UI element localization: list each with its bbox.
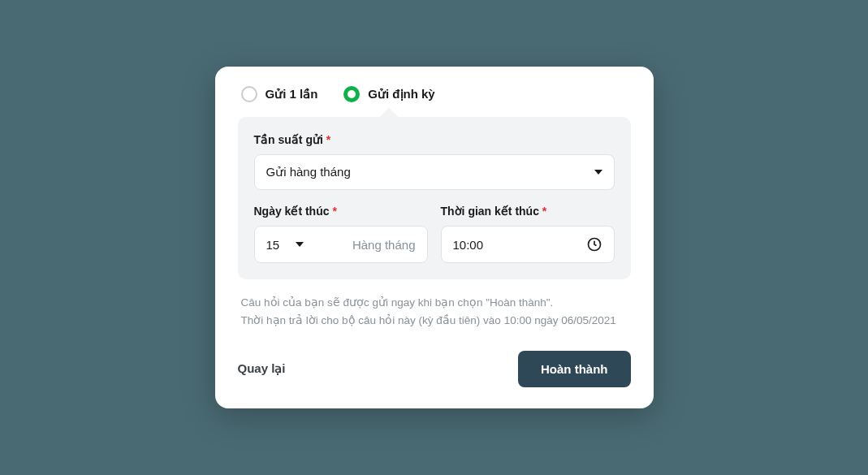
recurring-settings-panel: Tần suất gửi * Gửi hàng tháng Ngày kết t…	[238, 117, 631, 279]
end-time-input[interactable]: 10:00	[441, 226, 615, 263]
radio-label: Gửi định kỳ	[368, 87, 434, 101]
chevron-down-icon	[594, 170, 602, 175]
frequency-select[interactable]: Gửi hàng tháng	[254, 154, 615, 190]
radio-send-recurring[interactable]: Gửi định kỳ	[343, 86, 434, 102]
end-row: Ngày kết thúc * 15 Hàng tháng Thời gian …	[254, 205, 615, 263]
radio-label: Gửi 1 lần	[266, 87, 318, 101]
chevron-down-icon	[296, 242, 304, 247]
end-date-label: Ngày kết thúc *	[254, 205, 428, 218]
note-line-1: Câu hỏi của bạn sẽ được gửi ngay khi bạn…	[241, 294, 631, 312]
info-note: Câu hỏi của bạn sẽ được gửi ngay khi bạn…	[238, 294, 631, 329]
frequency-label: Tần suất gửi *	[254, 133, 615, 146]
select-value: Gửi hàng tháng	[266, 165, 351, 179]
unit-text: Hàng tháng	[341, 238, 427, 252]
label-text: Thời gian kết thúc	[441, 205, 539, 218]
end-date-input[interactable]: 15 Hàng tháng	[254, 226, 428, 263]
note-line-2: Thời hạn trả lời cho bộ câu hỏi này (kỳ …	[241, 312, 631, 330]
time-value: 10:00	[453, 238, 484, 252]
required-mark: *	[326, 133, 330, 146]
end-date-col: Ngày kết thúc * 15 Hàng tháng	[254, 205, 428, 263]
required-mark: *	[542, 205, 546, 218]
label-text: Tần suất gửi	[254, 133, 323, 146]
clock-icon	[586, 236, 602, 253]
required-mark: *	[332, 205, 336, 218]
back-button[interactable]: Quay lại	[238, 361, 286, 376]
end-time-col: Thời gian kết thúc * 10:00	[441, 205, 615, 263]
radio-send-once[interactable]: Gửi 1 lần	[241, 86, 318, 102]
send-mode-radio-group: Gửi 1 lần Gửi định kỳ	[238, 86, 631, 102]
submit-button[interactable]: Hoàn thành	[518, 351, 631, 387]
schedule-card: Gửi 1 lần Gửi định kỳ Tần suất gửi * Gửi…	[215, 67, 654, 408]
footer: Quay lại Hoàn thành	[238, 351, 631, 387]
end-time-label: Thời gian kết thúc *	[441, 205, 615, 218]
radio-icon	[343, 86, 360, 102]
day-value: 15	[266, 238, 280, 252]
label-text: Ngày kết thúc	[254, 205, 330, 218]
radio-icon	[241, 86, 257, 102]
day-select[interactable]: 15	[255, 238, 316, 252]
